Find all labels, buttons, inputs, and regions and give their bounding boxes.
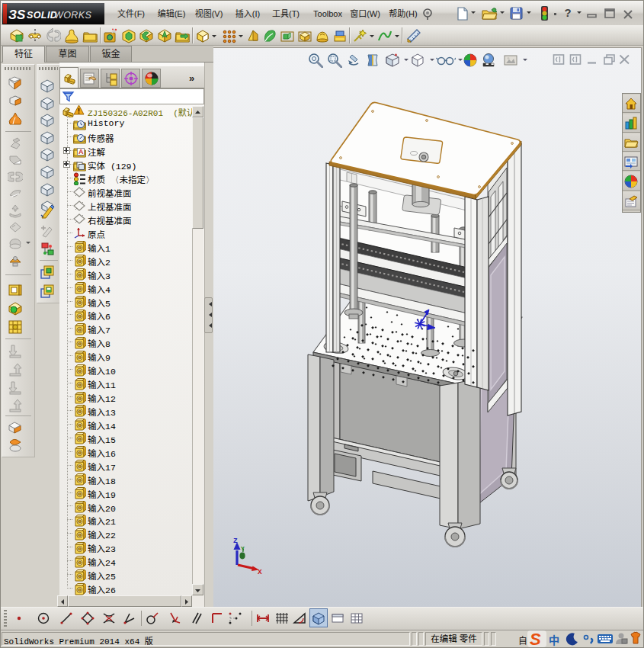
svg-text:Y: Y bbox=[241, 545, 245, 552]
svg-text:X: X bbox=[258, 568, 262, 576]
svg-text:WORKS: WORKS bbox=[54, 10, 91, 21]
svg-text:Z: Z bbox=[233, 537, 238, 545]
svg-text:ЗS: ЗS bbox=[8, 8, 26, 22]
svg-text:SOLID: SOLID bbox=[27, 10, 57, 21]
svg-text:S: S bbox=[530, 630, 541, 648]
svg-text:A: A bbox=[78, 148, 84, 156]
